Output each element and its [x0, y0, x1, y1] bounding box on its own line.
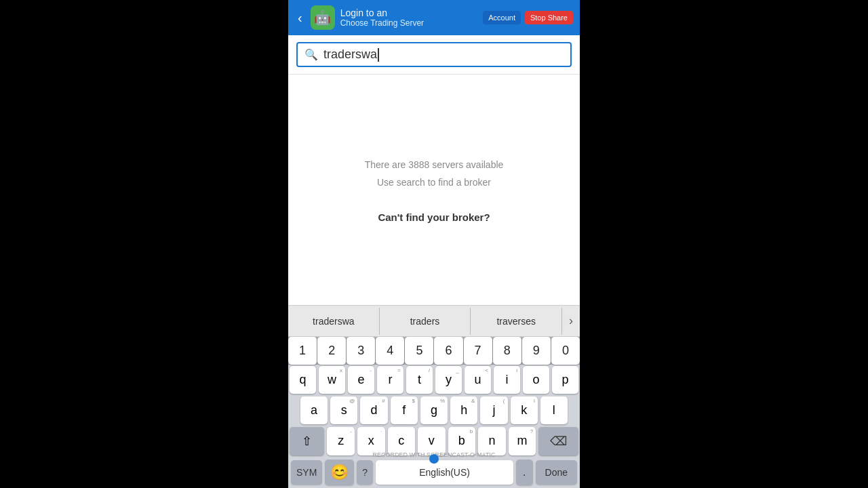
key-z[interactable]: z- [327, 427, 355, 455]
servers-line2: Use search to find a broker [365, 174, 504, 191]
key-i[interactable]: ii [494, 366, 520, 394]
key-o[interactable]: o [523, 366, 549, 394]
key-y[interactable]: y_ [435, 366, 462, 394]
asdf-row: a s@ d# f$ g% h& j( kl l [290, 396, 578, 424]
key-g[interactable]: g% [420, 396, 448, 424]
search-input[interactable]: traderswa [323, 47, 564, 62]
autocomplete-bar: traderswa traders traverses › [288, 305, 580, 337]
key-c[interactable]: c [388, 427, 416, 455]
backspace-key[interactable]: ⌫ [538, 427, 578, 455]
top-bar-buttons: Account Stop Share [483, 11, 573, 24]
text-cursor [378, 48, 379, 62]
key-v[interactable]: v [418, 427, 446, 455]
cant-find-broker: Can't find your broker? [378, 211, 490, 223]
sym-key[interactable]: SYM [291, 460, 322, 485]
account-button[interactable]: Account [483, 11, 521, 24]
autocomplete-more-arrow[interactable]: › [562, 306, 580, 336]
keyboard: 1 2 3 4 5 6 7 8 9 0 q wx e- r= t/ y_ u< … [288, 337, 580, 488]
question-key[interactable]: ? [357, 460, 373, 485]
search-box[interactable]: 🔍 traderswa [296, 42, 572, 67]
key-1[interactable]: 1 [288, 337, 317, 365]
top-bar: ‹ 🤖 Login to an Choose Trading Server Ac… [288, 0, 580, 35]
key-7[interactable]: 7 [464, 337, 493, 365]
autocomplete-item-0[interactable]: traderswa [288, 308, 380, 335]
letter-rows: q wx e- r= t/ y_ u< ii o p a s@ d# f$ g%… [288, 365, 580, 457]
key-r[interactable]: r= [377, 366, 403, 394]
key-9[interactable]: 9 [522, 337, 551, 365]
top-title: Login to an [340, 7, 478, 18]
key-p[interactable]: p [552, 366, 578, 394]
key-h[interactable]: h& [450, 396, 477, 424]
key-d[interactable]: d# [360, 396, 387, 424]
key-e[interactable]: e- [348, 366, 374, 394]
qwerty-row: q wx e- r= t/ y_ u< ii o p [290, 366, 578, 394]
emoji-key[interactable]: 😊 [325, 460, 354, 485]
app-icon: 🤖 [311, 5, 335, 30]
key-b[interactable]: bb [448, 427, 476, 455]
key-5[interactable]: 5 [405, 337, 434, 365]
key-w[interactable]: wx [319, 366, 345, 394]
key-3[interactable]: 3 [347, 337, 376, 365]
screencast-indicator [429, 454, 439, 464]
zxcv-row: ⇧ z- x· c v bb n m? ⌫ [290, 427, 578, 455]
key-k[interactable]: kl [511, 396, 538, 424]
number-row: 1 2 3 4 5 6 7 8 9 0 [288, 337, 580, 365]
language-space-key[interactable]: English(US) [376, 460, 513, 485]
key-x[interactable]: x· [357, 427, 385, 455]
key-6[interactable]: 6 [434, 337, 463, 365]
key-2[interactable]: 2 [317, 337, 347, 365]
key-u[interactable]: u< [465, 366, 491, 394]
back-button[interactable]: ‹ [295, 7, 305, 28]
search-section: 🔍 traderswa [288, 35, 580, 75]
autocomplete-item-2[interactable]: traverses [471, 308, 562, 335]
autocomplete-item-1[interactable]: traders [380, 308, 471, 335]
backspace-icon: ⌫ [550, 434, 567, 449]
key-f[interactable]: f$ [391, 396, 418, 424]
dot-key[interactable]: . [516, 460, 532, 485]
top-subtitle: Choose Trading Server [340, 18, 478, 28]
shift-key[interactable]: ⇧ [290, 427, 324, 455]
key-a[interactable]: a [300, 396, 328, 424]
content-area: There are 3888 servers available Use sea… [288, 75, 580, 305]
key-l[interactable]: l [540, 396, 568, 424]
key-8[interactable]: 8 [493, 337, 522, 365]
servers-line1: There are 3888 servers available [365, 157, 504, 174]
key-s[interactable]: s@ [330, 396, 357, 424]
key-j[interactable]: j( [480, 396, 507, 424]
top-bar-titles: Login to an Choose Trading Server [340, 7, 478, 28]
search-icon: 🔍 [304, 48, 318, 61]
key-4[interactable]: 4 [376, 337, 405, 365]
key-n[interactable]: n [478, 427, 506, 455]
servers-info: There are 3888 servers available Use sea… [365, 157, 504, 190]
key-q[interactable]: q [290, 366, 316, 394]
key-t[interactable]: t/ [406, 366, 433, 394]
key-m[interactable]: m? [509, 427, 536, 455]
stop-share-button[interactable]: Stop Share [525, 11, 573, 24]
search-value: traderswa [323, 47, 377, 61]
done-key[interactable]: Done [536, 460, 577, 485]
key-0[interactable]: 0 [551, 337, 580, 365]
